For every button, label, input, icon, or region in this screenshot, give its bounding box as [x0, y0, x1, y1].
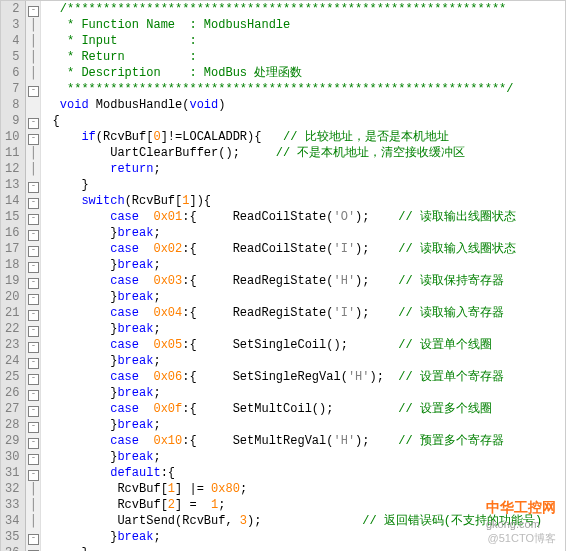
code-line[interactable]: }break; [45, 353, 565, 369]
fold-marker[interactable]: - [26, 401, 40, 417]
code-line[interactable]: }break; [45, 289, 565, 305]
fold-marker[interactable]: │ [26, 49, 40, 65]
line-number: 25 [5, 369, 19, 385]
fold-marker[interactable]: │ [26, 33, 40, 49]
code-line[interactable]: case 0x02:{ ReadCoilState('I'); // 读取输入线… [45, 241, 565, 257]
line-number: 26 [5, 385, 19, 401]
fold-marker[interactable] [26, 97, 40, 113]
fold-marker[interactable]: - [26, 465, 40, 481]
line-number: 28 [5, 417, 19, 433]
code-line[interactable]: case 0x10:{ SetMultRegVal('H'); // 预置多个寄… [45, 433, 565, 449]
line-number: 34 [5, 513, 19, 529]
code-line[interactable]: case 0x04:{ ReadRegiState('I'); // 读取输入寄… [45, 305, 565, 321]
line-number: 8 [5, 97, 19, 113]
line-number: 20 [5, 289, 19, 305]
line-number: 10 [5, 129, 19, 145]
fold-marker[interactable]: │ [26, 481, 40, 497]
code-content[interactable]: /***************************************… [41, 1, 565, 551]
fold-marker[interactable]: │ [26, 65, 40, 81]
line-number: 18 [5, 257, 19, 273]
fold-marker[interactable]: - [26, 529, 40, 545]
fold-marker[interactable]: - [26, 369, 40, 385]
code-line[interactable]: }break; [45, 225, 565, 241]
watermark-brand: 中华工控网 [486, 499, 556, 515]
line-number: 22 [5, 321, 19, 337]
code-line[interactable]: case 0x05:{ SetSingleCoil(); // 设置单个线圈 [45, 337, 565, 353]
line-number: 24 [5, 353, 19, 369]
code-line[interactable]: * Description : ModBus 处理函数 [45, 65, 565, 81]
code-line[interactable]: }break; [45, 257, 565, 273]
fold-marker[interactable]: - [26, 289, 40, 305]
code-line[interactable]: void ModbusHandle(void) [45, 97, 565, 113]
fold-marker[interactable]: - [26, 1, 40, 17]
code-line[interactable]: { [45, 113, 565, 129]
line-number: 14 [5, 193, 19, 209]
code-line[interactable]: }break; [45, 417, 565, 433]
fold-marker[interactable]: - [26, 353, 40, 369]
fold-marker[interactable]: - [26, 305, 40, 321]
line-number: 6 [5, 65, 19, 81]
line-number: 29 [5, 433, 19, 449]
code-line[interactable]: * Function Name : ModbusHandle [45, 17, 565, 33]
fold-marker[interactable]: │ [26, 161, 40, 177]
fold-marker[interactable]: - [26, 449, 40, 465]
fold-marker[interactable]: - [26, 177, 40, 193]
fold-marker[interactable]: - [26, 81, 40, 97]
line-number: 31 [5, 465, 19, 481]
code-line[interactable]: return; [45, 161, 565, 177]
fold-marker[interactable]: - [26, 113, 40, 129]
code-line[interactable]: /***************************************… [45, 1, 565, 17]
line-number: 21 [5, 305, 19, 321]
code-line[interactable]: ****************************************… [45, 81, 565, 97]
fold-marker[interactable]: - [26, 337, 40, 353]
fold-marker[interactable]: - [26, 417, 40, 433]
code-line[interactable]: RcvBuf[1] |= 0x80; [45, 481, 565, 497]
line-number: 12 [5, 161, 19, 177]
code-line[interactable]: case 0x03:{ ReadRegiState('H'); // 读取保持寄… [45, 273, 565, 289]
line-number: 2 [5, 1, 19, 17]
code-line[interactable]: }break; [45, 449, 565, 465]
line-number: 11 [5, 145, 19, 161]
line-number-gutter: 2345678910111213141516171819202122232425… [1, 1, 26, 551]
code-line[interactable]: case 0x0f:{ SetMultCoil(); // 设置多个线圈 [45, 401, 565, 417]
fold-marker[interactable]: │ [26, 145, 40, 161]
watermark: 中华工控网 gkong.com [486, 499, 556, 531]
line-number: 9 [5, 113, 19, 129]
code-line[interactable]: UartClearBuffer(); // 不是本机地址，清空接收缓冲区 [45, 145, 565, 161]
fold-marker[interactable]: - [26, 321, 40, 337]
code-line[interactable]: } [45, 177, 565, 193]
code-line[interactable]: }break; [45, 321, 565, 337]
line-number: 33 [5, 497, 19, 513]
fold-marker[interactable]: - [26, 129, 40, 145]
code-line[interactable]: }break; [45, 385, 565, 401]
code-line[interactable]: case 0x01:{ ReadCoilState('O'); // 读取输出线… [45, 209, 565, 225]
code-line[interactable]: * Return : [45, 49, 565, 65]
line-number: 7 [5, 81, 19, 97]
fold-marker[interactable]: - [26, 433, 40, 449]
fold-marker[interactable]: - [26, 209, 40, 225]
code-line[interactable]: * Input : [45, 33, 565, 49]
code-editor[interactable]: 2345678910111213141516171819202122232425… [0, 0, 566, 551]
watermark-site: gkong.com [486, 518, 540, 530]
fold-marker[interactable]: │ [26, 513, 40, 529]
code-line[interactable]: switch(RcvBuf[1]){ [45, 193, 565, 209]
fold-marker[interactable]: - [26, 545, 40, 551]
code-line[interactable]: if(RcvBuf[0]!=LOCALADDR){ // 比较地址，是否是本机地… [45, 129, 565, 145]
line-number: 4 [5, 33, 19, 49]
fold-marker[interactable]: │ [26, 17, 40, 33]
fold-marker[interactable]: │ [26, 497, 40, 513]
line-number: 23 [5, 337, 19, 353]
fold-marker[interactable]: - [26, 385, 40, 401]
fold-marker[interactable]: - [26, 225, 40, 241]
fold-marker[interactable]: - [26, 241, 40, 257]
line-number: 16 [5, 225, 19, 241]
fold-marker[interactable]: - [26, 257, 40, 273]
fold-marker[interactable]: - [26, 193, 40, 209]
line-number: 32 [5, 481, 19, 497]
watermark-credit: @51CTO博客 [488, 531, 556, 546]
line-number: 13 [5, 177, 19, 193]
fold-gutter[interactable]: -││││- --││-------------------│││--│- [26, 1, 41, 551]
code-line[interactable]: case 0x06:{ SetSingleRegVal('H'); // 设置单… [45, 369, 565, 385]
code-line[interactable]: default:{ [45, 465, 565, 481]
fold-marker[interactable]: - [26, 273, 40, 289]
